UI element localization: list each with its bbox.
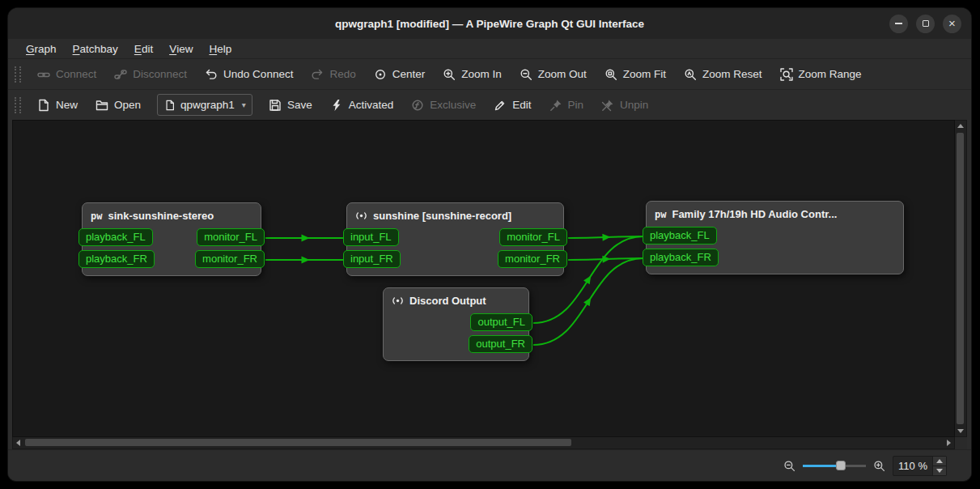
graph-canvas[interactable]: pwsink-sunshine-stereoplayback_FLplaybac… [12, 120, 955, 437]
connection-arrow-icon [302, 235, 310, 242]
close-icon: × [948, 17, 956, 29]
input-port-playback_FL[interactable]: playback_FL [78, 228, 153, 246]
disconnect-icon [114, 68, 127, 81]
new-button[interactable]: New [29, 93, 86, 117]
menu-help[interactable]: Help [201, 39, 240, 58]
menu-graph[interactable]: Graph [18, 39, 65, 58]
save-button[interactable]: Save [261, 93, 320, 117]
activated-button[interactable]: Activated [322, 93, 402, 117]
edit-button[interactable]: Edit [486, 93, 539, 117]
toolbar-button-label: Save [287, 99, 312, 111]
toolbar-button-label: New [56, 99, 78, 111]
output-port-output_FR[interactable]: output_FR [469, 335, 532, 353]
input-port-playback_FR[interactable]: playback_FR [78, 250, 155, 268]
redo-button[interactable]: Redo [303, 62, 363, 87]
input-port-input_FR[interactable]: input_FR [343, 250, 401, 268]
connection-arrow-icon [302, 257, 310, 264]
node-title: sink-sunshine-stereo [108, 210, 214, 222]
minimize-button[interactable] [889, 15, 908, 33]
chevron-down-icon: ▾ [242, 100, 246, 109]
toolbar-button-label: Center [392, 68, 426, 80]
output-port-output_FL[interactable]: output_FL [470, 313, 532, 331]
zoom-slider[interactable] [803, 459, 866, 472]
menu-view[interactable]: View [161, 39, 201, 58]
open-button[interactable]: Open [87, 93, 149, 117]
graph-node-sink[interactable]: pwsink-sunshine-stereoplayback_FLplaybac… [82, 202, 261, 276]
zoom-range-button[interactable]: Zoom Range [772, 62, 870, 87]
connection-arrow-icon [583, 296, 594, 306]
node-title: Discord Output [409, 295, 486, 307]
center-button[interactable]: Center [366, 62, 434, 87]
graph-node-family[interactable]: pwFamily 17h/19h HD Audio Contr...playba… [646, 201, 904, 274]
disconnect-button[interactable]: Disconnect [106, 62, 195, 87]
zoom-fit-button[interactable]: Zoom Fit [596, 62, 674, 87]
window-controls: × [889, 8, 961, 39]
spin-up-button[interactable] [933, 457, 946, 466]
titlebar[interactable]: qpwgraph1 [modified] — A PipeWire Graph … [8, 8, 971, 39]
node-title-bar[interactable]: pwFamily 17h/19h HD Audio Contr... [647, 202, 903, 225]
graph-node-sunshine[interactable]: sunshine [sunshine-record]input_FLinput_… [346, 202, 564, 276]
chevron-down-icon [936, 469, 943, 473]
scroll-left-icon[interactable] [16, 440, 20, 446]
connect-button[interactable]: Connect [29, 62, 104, 87]
unpin-button[interactable]: Unpin [593, 93, 656, 117]
close-button[interactable]: × [943, 15, 961, 33]
scroll-down-icon[interactable] [957, 429, 964, 433]
unpin-icon [601, 99, 614, 112]
exclusive-button[interactable]: Exclusive [403, 93, 484, 117]
menu-patchbay[interactable]: Patchbay [65, 39, 126, 58]
vertical-scrollbar-handle[interactable] [957, 133, 964, 424]
scroll-right-icon[interactable] [947, 440, 951, 446]
window-title: qpwgraph1 [modified] — A PipeWire Graph … [335, 18, 644, 30]
zoom-reset-button[interactable]: Zoom Reset [676, 62, 770, 87]
output-port-monitor_FR[interactable]: monitor_FR [498, 250, 567, 268]
zoom-fit-icon [605, 68, 617, 81]
spin-down-button[interactable] [933, 466, 946, 475]
maximize-button[interactable] [916, 15, 935, 33]
pipewire-icon: pw [655, 209, 666, 220]
zoom-in-icon[interactable] [873, 460, 885, 472]
horizontal-scrollbar[interactable] [12, 437, 955, 449]
graph-node-discord[interactable]: Discord Outputoutput_FLoutput_FR [383, 287, 529, 361]
maximize-icon [923, 20, 929, 27]
input-port-input_FL[interactable]: input_FL [343, 228, 399, 246]
zoom-in-button[interactable]: Zoom In [435, 62, 510, 87]
output-port-monitor_FL[interactable]: monitor_FL [499, 228, 567, 246]
connection-arrow-icon [583, 274, 594, 284]
vertical-scrollbar[interactable] [955, 120, 967, 437]
speaker-icon [355, 210, 367, 222]
input-port-playback_FL[interactable]: playback_FL [643, 227, 717, 244]
zoom-out-icon[interactable] [783, 460, 795, 472]
pin-button[interactable]: Pin [541, 93, 592, 117]
zoom-spin-buttons [932, 457, 946, 475]
horizontal-scrollbar-handle[interactable] [25, 439, 571, 446]
toolbar-grip[interactable] [15, 97, 21, 113]
speaker-icon [355, 210, 367, 222]
node-title: sunshine [sunshine-record] [373, 210, 511, 222]
zoom-spinbox[interactable]: 110 % [893, 456, 947, 476]
zoom-in-icon [443, 68, 456, 81]
undo-connect-button[interactable]: Undo Connect [197, 62, 301, 87]
zoom-out-button[interactable]: Zoom Out [511, 62, 595, 87]
scroll-up-icon[interactable] [957, 124, 964, 128]
session-combobox-value: qpwgraph1 [180, 99, 235, 111]
zoom-reset-icon [684, 68, 697, 81]
save-icon [269, 99, 282, 112]
edit-icon [494, 99, 507, 112]
session-combobox[interactable]: qpwgraph1▾ [157, 94, 252, 116]
open-icon [95, 99, 108, 112]
toolbar-grip[interactable] [15, 66, 21, 83]
toolbar-main: ConnectDisconnectUndo ConnectRedoCenterZ… [8, 58, 971, 89]
toolbar-button-label: Unpin [620, 99, 648, 111]
doc-icon [164, 100, 176, 111]
node-title-bar[interactable]: pwsink-sunshine-stereo [83, 203, 261, 227]
node-title-bar[interactable]: sunshine [sunshine-record] [347, 203, 563, 227]
zoom-value[interactable]: 110 % [893, 457, 932, 475]
zoom-slider-knob[interactable] [836, 461, 846, 470]
output-port-monitor_FL[interactable]: monitor_FL [197, 228, 265, 246]
node-title-bar[interactable]: Discord Output [384, 288, 528, 312]
statusbar: 110 % [8, 449, 971, 481]
output-port-monitor_FR[interactable]: monitor_FR [195, 250, 265, 268]
menu-edit[interactable]: Edit [126, 39, 161, 58]
input-port-playback_FR[interactable]: playback_FR [643, 249, 719, 266]
